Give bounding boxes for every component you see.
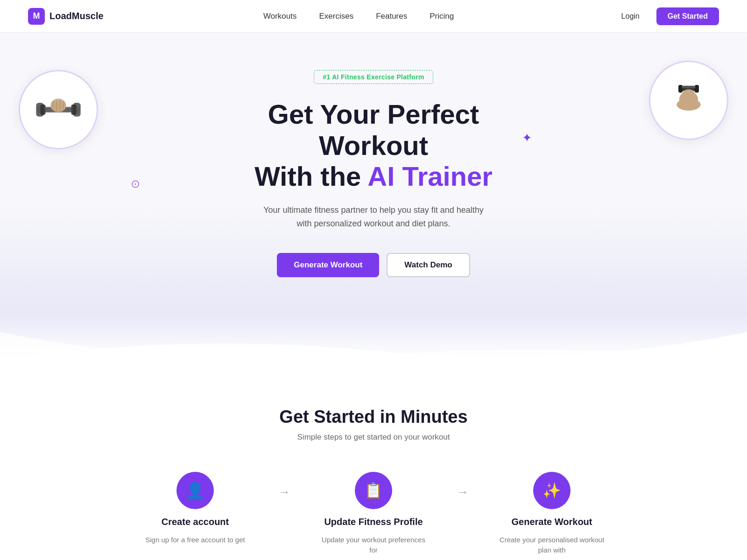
steps-row: 👤 Create account Sign up for a free acco… <box>117 472 630 556</box>
wave-svg <box>0 314 747 370</box>
svg-rect-17 <box>695 85 699 93</box>
nav-actions: Login Get Started <box>614 7 719 25</box>
nav-pricing[interactable]: Pricing <box>430 12 454 21</box>
logo-icon: M <box>28 8 45 25</box>
arrow-2: → <box>452 485 473 499</box>
step-create-account: 👤 Create account Sign up for a free acco… <box>117 472 274 546</box>
nav-features[interactable]: Features <box>376 12 407 21</box>
section-subtitle: Simple steps to get started on your work… <box>28 433 719 442</box>
step-3-desc: Create your personalised workout plan wi… <box>496 535 608 556</box>
step-update-profile: 📋 Update Fitness Profile Update your wor… <box>295 472 452 556</box>
step-1-icon: 👤 <box>176 472 214 509</box>
step-2-title: Update Fitness Profile <box>324 517 423 527</box>
hero-section: ✦ ⊙ #1 AI Fitness Exercise Platform Get … <box>0 33 747 315</box>
nav-links: Workouts Exercises Features Pricing <box>263 12 454 21</box>
step-2-desc: Update your workout preferences for <box>317 535 430 556</box>
step-generate-workout: ✨ Generate Workout Create your personali… <box>473 472 630 556</box>
step-3-icon: ✨ <box>533 472 571 509</box>
svg-rect-18 <box>682 86 695 89</box>
hero-image-right <box>649 61 728 140</box>
circle-check-icon: ⊙ <box>131 177 140 190</box>
hero-badge: #1 AI Fitness Exercise Platform <box>314 70 433 84</box>
navbar: M LoadMuscle Workouts Exercises Features… <box>0 0 747 33</box>
svg-rect-16 <box>678 85 683 93</box>
dumbbell-left-icon <box>33 91 84 128</box>
arrow-1: → <box>274 485 295 499</box>
section-title: Get Started in Minutes <box>28 407 719 427</box>
hero-title: Get Your Perfect Workout With the AI Tra… <box>210 99 537 192</box>
logo-link[interactable]: M LoadMuscle <box>28 8 104 25</box>
hero-subtitle: Your ultimate fitness partner to help yo… <box>257 203 490 231</box>
sparkle-icon: ✦ <box>522 131 532 145</box>
login-button[interactable]: Login <box>614 8 647 24</box>
dumbbell-right-icon <box>663 82 714 119</box>
wave-divider <box>0 314 747 370</box>
get-started-section: Get Started in Minutes Simple steps to g… <box>0 370 747 560</box>
get-started-button[interactable]: Get Started <box>656 7 719 25</box>
watch-demo-button[interactable]: Watch Demo <box>387 253 470 277</box>
hero-image-left <box>19 70 98 149</box>
step-1-desc: Sign up for a free account to get <box>145 535 245 546</box>
step-2-icon: 📋 <box>355 472 392 509</box>
nav-exercises[interactable]: Exercises <box>319 12 353 21</box>
step-3-title: Generate Workout <box>512 517 592 527</box>
hero-buttons: Generate Workout Watch Demo <box>28 253 719 277</box>
generate-workout-button[interactable]: Generate Workout <box>277 253 379 277</box>
brand-name: LoadMuscle <box>49 11 104 21</box>
nav-workouts[interactable]: Workouts <box>263 12 297 21</box>
step-1-title: Create account <box>162 517 229 527</box>
svg-point-19 <box>683 89 695 98</box>
